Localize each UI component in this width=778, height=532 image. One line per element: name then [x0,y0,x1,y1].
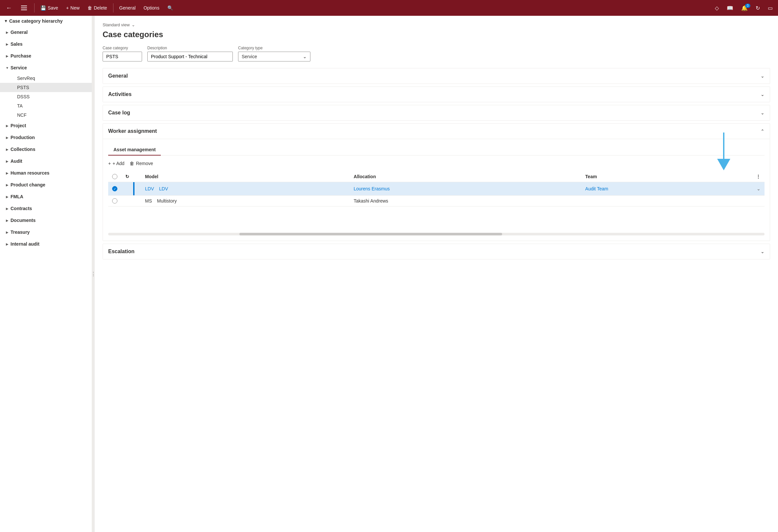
section-worker-assignment-header[interactable]: Worker assignment ⌃ [103,124,770,139]
sidebar-item-general[interactable]: ▶ General [0,26,92,38]
row1-model-name-link[interactable]: LDV [159,186,168,192]
back-button[interactable]: ← [3,3,15,13]
sidebar-item-collections[interactable]: ▶ Collections [0,143,92,155]
row2-indicator-cell [133,196,141,207]
chevron-down-icon: ▼ [4,64,10,71]
row1-model-cell: LDV LDV [141,182,350,196]
options-menu-button[interactable]: Options [140,3,162,12]
view-selector[interactable]: Standard view ⌄ [102,22,770,27]
page-title: Case categories [102,30,770,39]
diamond-icon-button[interactable]: ◇ [712,4,721,12]
category-type-field: Category type Service ⌄ [238,46,310,62]
row2-model-name: Multistory [157,198,177,204]
chevron-right-icon: ▶ [4,241,10,247]
col-select [108,171,121,182]
sidebar-item-fmla[interactable]: ▶ FMLA [0,191,92,203]
sidebar-label-documents: Documents [10,218,35,223]
remove-button[interactable]: 🗑 Remove [130,159,153,167]
save-icon: 💾 [41,5,46,10]
remove-icon: 🗑 [130,161,134,166]
dropdown-chevron-icon: ⌄ [303,54,307,59]
sidebar-item-treasury[interactable]: ▶ Treasury [0,226,92,238]
select-all-radio[interactable] [112,174,118,179]
delete-button[interactable]: 🗑 Delete [84,3,110,12]
section-escalation: Escalation ⌄ [102,244,770,259]
sidebar-label-general: General [10,29,28,35]
save-button[interactable]: 💾 Save [37,3,62,12]
row2-model-short: MS [145,198,152,204]
sidebar-root-label: Case category hierarchy [9,18,63,24]
section-escalation-header[interactable]: Escalation ⌄ [103,244,770,259]
delete-icon: 🗑 [87,5,92,10]
sidebar: ▼ Case category hierarchy ▶ General ▶ Sa… [0,16,92,532]
sidebar-item-product-change[interactable]: ▶ Product change [0,179,92,191]
search-button[interactable]: 🔍 [164,3,176,12]
table-row[interactable]: MS Multistory Takashi Andrews [108,196,765,207]
sidebar-item-project[interactable]: ▶ Project [0,120,92,132]
notification-badge: 0 [745,4,750,8]
row1-team-dropdown-icon[interactable]: ⌄ [757,186,761,192]
sidebar-child-servreq[interactable]: ServReq [0,74,92,83]
sidebar-child-ncf[interactable]: NCF [0,110,92,120]
chevron-right-icon: ▶ [4,217,10,224]
table-row[interactable]: LDV LDV Lourens Erasmus Audit Team [108,182,765,196]
chevron-right-icon: ▶ [4,181,10,188]
chevron-right-icon: ▶ [4,41,10,47]
section-case-log-header[interactable]: Case log ⌄ [103,105,770,120]
form-fields-row: Case category Description Category type … [102,46,770,62]
scrollbar-thumb[interactable] [239,233,502,235]
section-worker-assignment: Worker assignment ⌃ Ass [102,123,770,241]
horizontal-scrollbar[interactable] [108,233,765,235]
chevron-right-icon: ▶ [4,122,10,129]
section-escalation-collapse-icon: ⌄ [761,249,765,254]
category-type-dropdown[interactable]: Service ⌄ [238,52,310,62]
description-input[interactable] [147,52,233,62]
table-header-row: ↻ Model Allocation Team ⋮ [108,171,765,182]
sidebar-item-documents[interactable]: ▶ Documents [0,214,92,226]
refresh-button[interactable]: ↻ [753,4,763,12]
section-general-header[interactable]: General ⌄ [103,68,770,83]
row1-team-link[interactable]: Audit Team [585,186,608,192]
sidebar-splitter[interactable] [92,16,95,532]
sidebar-item-audit[interactable]: ▶ Audit [0,155,92,167]
expand-button[interactable]: ▭ [765,4,775,12]
sidebar-item-service[interactable]: ▼ Service [0,62,92,74]
toolbar: ← 💾 Save + New 🗑 Delete General Options … [0,0,778,16]
sidebar-item-human-resources[interactable]: ▶ Human resources [0,167,92,179]
notification-button[interactable]: 🔔 0 [738,4,750,12]
sidebar-child-dsss[interactable]: DSSS [0,92,92,101]
row1-model-link[interactable]: LDV [145,186,154,192]
refresh-icon[interactable]: ↻ [125,174,129,179]
section-activities-header[interactable]: Activities ⌄ [103,87,770,102]
chevron-right-icon: ▶ [4,229,10,235]
row2-select-cell [108,196,121,207]
team-col-options-icon[interactable]: ⋮ [756,174,761,179]
row1-radio[interactable] [112,186,118,192]
general-menu-button[interactable]: General [116,3,139,12]
sidebar-child-ta[interactable]: TA [0,101,92,110]
case-category-input[interactable] [102,52,142,62]
sidebar-item-contracts[interactable]: ▶ Contracts [0,203,92,214]
section-escalation-title: Escalation [108,248,135,254]
sidebar-item-internal-audit[interactable]: ▶ Internal audit [0,238,92,250]
new-button[interactable]: + New [63,3,83,12]
sidebar-item-purchase[interactable]: ▶ Purchase [0,50,92,62]
section-general-collapse-icon: ⌄ [761,73,765,79]
row1-allocation-link[interactable]: Lourens Erasmus [354,186,390,192]
add-button[interactable]: + + Add [108,159,124,167]
chevron-right-icon: ▶ [4,158,10,164]
book-icon-button[interactable]: 📖 [724,4,736,12]
hamburger-icon [20,4,28,11]
section-case-log-collapse-icon: ⌄ [761,110,765,116]
sidebar-child-psts[interactable]: PSTS [0,83,92,92]
sidebar-root[interactable]: ▼ Case category hierarchy [0,16,92,26]
sidebar-item-production[interactable]: ▶ Production [0,132,92,143]
tab-asset-management[interactable]: Asset management [108,144,161,156]
row2-radio[interactable] [112,198,118,204]
chevron-right-icon: ▶ [4,193,10,200]
sidebar-item-sales[interactable]: ▶ Sales [0,38,92,50]
category-type-label: Category type [238,46,310,50]
hamburger-menu-button[interactable] [16,2,31,13]
col-team: Team ⋮ [581,171,765,182]
chevron-right-icon: ▶ [4,53,10,59]
